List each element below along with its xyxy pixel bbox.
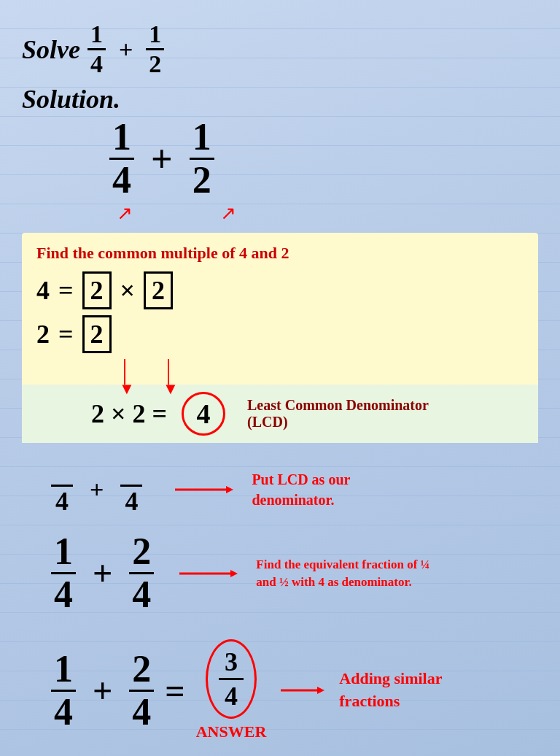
factor-4-eq: = [58, 275, 74, 306]
lcd-equation: 2 × 2 = [91, 398, 167, 429]
factor-2-box1: 2 [82, 315, 112, 353]
equiv-frac1: 1 4 [51, 533, 76, 614]
lcd-frac2-den: 4 [122, 487, 141, 514]
lcd-frac1-blank [51, 465, 73, 487]
common-multiple-box: Find the common multiple of 4 and 2 4 = … [22, 233, 538, 443]
ans-final-num: 3 [219, 649, 244, 680]
equiv-frac2: 2 4 [129, 533, 154, 614]
header-frac1-num: 1 [88, 22, 106, 50]
header-frac2-den: 2 [146, 50, 164, 77]
equiv-frac1-num: 1 [51, 533, 76, 574]
ans-frac1-den: 4 [51, 692, 76, 731]
equiv-explanation: Find the equivalent fraction of ¼ and ½ … [256, 556, 438, 591]
solution-fraction-display: 1 4 + 1 2 [109, 118, 538, 199]
factor-4-x: × [120, 275, 136, 306]
equiv-frac-row: 1 4 + 2 4 Find the equivalent fraction o… [22, 533, 538, 614]
svg-marker-3 [230, 570, 238, 577]
adding-explanation-text: Adding similar fractions [339, 669, 442, 710]
adding-explanation: Adding similar fractions [339, 668, 499, 713]
factor-row-2: 2 = 2 [36, 315, 524, 353]
sol-frac1-num: 1 [109, 118, 134, 160]
equiv-frac2-num: 2 [129, 533, 154, 574]
lcd-frac2-blank [120, 465, 142, 487]
solution-fraction1: 1 4 [109, 118, 134, 199]
answer-arrow-svg [281, 683, 324, 698]
lcd-plus: + [84, 476, 109, 504]
equiv-explanation-text: Find the equivalent fraction of ¼ and ½ … [256, 558, 429, 589]
find-common-text: Find the common multiple of 4 and 2 [36, 244, 524, 263]
arrow-left: ↙ [117, 203, 133, 225]
lcd-label-line2: (LCD) [247, 414, 429, 431]
ans-frac2-den: 4 [129, 692, 154, 731]
right-arrow-svg [175, 482, 233, 497]
lcd-explanation-text: Put LCD as our denominator. [252, 471, 350, 508]
svg-marker-5 [317, 687, 324, 694]
lcd-eq-text: 2 × 2 = [91, 399, 167, 428]
ans-frac2-num: 2 [129, 650, 154, 692]
header-plus: + [113, 36, 139, 63]
lcd-label-block: Least Common Denominator (LCD) [247, 397, 429, 431]
solve-header: Solve 1 4 + 1 2 [22, 22, 538, 77]
lcd-frac2: 4 [120, 465, 142, 514]
svg-marker-1 [226, 486, 233, 493]
ans-final-den: 4 [219, 680, 244, 709]
answer-label: ANSWER [196, 722, 267, 741]
factor-4-box2: 2 [144, 271, 173, 309]
factor-4-box1: 2 [82, 271, 112, 309]
pointing-arrows: ↙ ↙ [117, 203, 538, 225]
ans-plus: + [87, 671, 118, 711]
answer-circled-wrapper: 3 4 ANSWER [196, 639, 267, 741]
factor-2-left: 2 [36, 319, 50, 350]
ans-frac1-num: 1 [51, 650, 76, 692]
lcd-label-line1: Least Common Denominator [247, 397, 429, 414]
header-frac2-num: 1 [146, 22, 164, 50]
solution-fraction2: 1 2 [190, 118, 214, 199]
connector-lines: ▼ ▼ [124, 359, 524, 396]
header-fraction2: 1 2 [146, 22, 164, 77]
lcd-explanation: Put LCD as our denominator. [252, 469, 434, 510]
ans-frac2: 2 4 [129, 650, 154, 731]
arrow-right-up: ↙ [220, 203, 236, 225]
equiv-frac2-den: 4 [129, 574, 154, 614]
factor-4-left: 4 [36, 275, 50, 306]
factor-row-4: 4 = 2 × 2 [36, 271, 524, 309]
solution-plus: + [145, 137, 179, 180]
ans-frac1: 1 4 [51, 650, 76, 731]
header-frac1-den: 4 [88, 50, 106, 77]
ans-equals: = [165, 671, 184, 711]
lcd-frac1: 4 [51, 465, 73, 514]
lcd-frac1-den: 4 [52, 487, 71, 514]
sol-frac2-den: 2 [190, 160, 214, 199]
sol-frac2-num: 1 [190, 118, 214, 160]
lcd-circled-4: 4 [182, 392, 225, 436]
equiv-arrow-svg [179, 566, 238, 581]
solution-label: Solution. [22, 84, 538, 115]
equiv-frac1-den: 4 [51, 574, 76, 614]
sol-frac1-den: 4 [109, 160, 134, 199]
answer-row: 1 4 + 2 4 = 3 4 ANSWER Ad [22, 639, 538, 741]
lcd-denom-row: 4 + 4 Put LCD as our denominator. [22, 465, 538, 514]
equiv-plus: + [87, 553, 118, 593]
solve-label: Solve [22, 34, 80, 65]
header-fraction1: 1 4 [88, 22, 106, 77]
factor-2-eq: = [58, 319, 74, 350]
answer-circled-fraction: 3 4 [206, 639, 257, 719]
